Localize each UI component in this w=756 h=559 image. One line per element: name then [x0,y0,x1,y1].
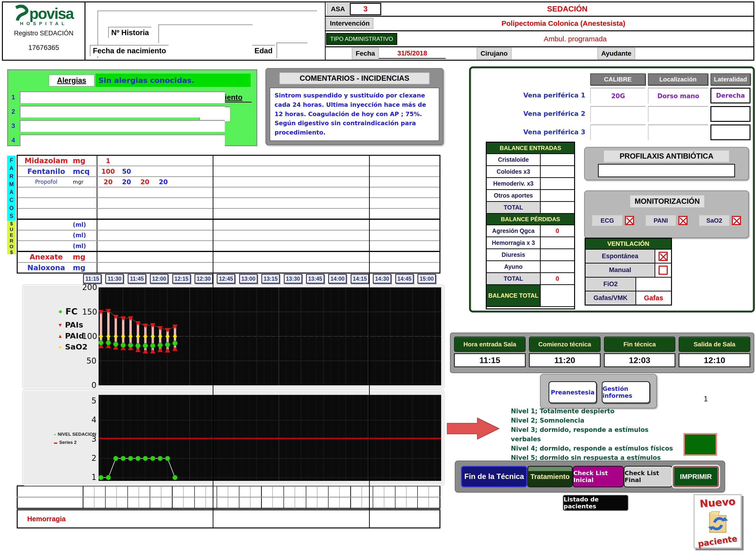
balance-table: BALANCE ENTRADASCristaloideColoides x3He… [486,142,575,309]
medication-row [18,208,440,219]
time-milestone-label[interactable]: Comienzo técnica [529,337,600,352]
time-label[interactable]: 15:00 [418,274,436,284]
time-milestone-value[interactable]: 11:20 [529,353,600,367]
medication-doses-cell[interactable]: 10050 [97,166,440,176]
balance-row-value[interactable] [541,154,574,165]
time-label[interactable]: 13:30 [284,274,302,284]
ventilacion-checkbox[interactable] [659,266,668,275]
time-milestone-value[interactable]: 12:03 [604,353,676,367]
medication-doses-cell[interactable]: 1 [97,156,440,165]
time-label[interactable]: 13:45 [306,274,324,284]
time-label[interactable]: 11:30 [105,274,124,284]
balance-row-value[interactable] [541,190,574,201]
tratamiento-button[interactable]: Tratamiento [527,466,573,487]
grid-divider [213,155,213,529]
medication-doses-cell[interactable] [97,187,440,197]
nuevo-paciente-button[interactable]: Nuevo paciente [693,494,742,549]
comentarios-text[interactable]: Sintrom suspendido y sustituído por clex… [270,88,439,141]
time-label[interactable]: 12:15 [172,274,191,284]
balance-row-value[interactable] [541,202,574,213]
via-lateralidad-cell[interactable]: Derecha [710,88,751,104]
via-calibre-cell[interactable] [590,106,645,122]
medication-doses-cell[interactable] [97,198,440,208]
nivel-definition: Nivel 1; Totalmente despierto [511,407,678,416]
level-indicator-box[interactable] [683,433,717,456]
profilaxis-field[interactable] [598,164,735,177]
time-milestone-value[interactable]: 11:15 [454,353,526,367]
dose-value: 20 [119,178,134,186]
balance-row-value[interactable] [541,166,574,177]
fecha-value-field[interactable]: 31/5/2018 [379,48,446,59]
alergia-field[interactable] [20,134,225,146]
checklist-inicial-button[interactable]: Check List Inicial [573,466,624,487]
time-label[interactable]: 13:15 [261,274,280,284]
intervencion-value[interactable]: Polipectomia Colonica (Anestesista) [373,19,753,27]
time-milestone-label[interactable]: Fin técnica [604,337,676,352]
alergia-field[interactable] [20,120,225,132]
tipo-administrativo-value[interactable]: Ambul. programada [397,35,753,43]
time-label[interactable]: 11:15 [83,274,101,284]
balance-section-header: BALANCE PÉRDIDAS [487,214,574,225]
monitor-checkbox[interactable] [625,216,634,225]
medication-doses-cell[interactable] [97,252,440,262]
time-label[interactable]: 12:45 [217,274,235,284]
time-label[interactable]: 14:45 [395,274,414,284]
medication-doses-cell[interactable] [97,263,440,273]
profilaxis-title: PROFILAXIS ANTIBIÓTICA [604,151,729,162]
time-label[interactable]: 12:00 [150,274,168,284]
vitals-plot[interactable] [99,287,441,385]
via-lateralidad-cell[interactable] [710,125,751,140]
medication-doses-cell[interactable] [97,230,440,240]
time-label[interactable]: 12:30 [194,274,213,284]
time-label[interactable]: 14:30 [373,274,391,284]
gestion-informes-button[interactable]: Gestión informes [602,381,650,403]
balance-row-value[interactable] [541,285,574,306]
balance-row-value[interactable] [541,178,574,189]
via-localizacion-cell[interactable] [648,106,708,122]
ventilacion-row-label: Gafas/VMK [586,291,636,305]
ventilacion-value-field[interactable]: Gafas [636,291,671,305]
checklist-final-button[interactable]: Check List Final [624,466,673,487]
alergias-value[interactable]: Sin alergias conocidas. [95,73,251,87]
via-calibre-cell[interactable]: 20G [590,88,645,104]
balance-row-value[interactable]: 0 [541,225,574,237]
medication-doses-cell[interactable] [97,241,440,251]
asa-value-field[interactable]: 3 [350,3,381,15]
balance-row-value[interactable] [541,249,574,261]
time-milestone-label[interactable]: Hora entrada Sala [454,337,526,352]
time-label[interactable]: 14:00 [328,274,347,284]
time-milestone-value[interactable]: 12:10 [679,353,750,367]
sedation-plot[interactable] [99,395,441,481]
balance-row-value[interactable] [541,237,574,248]
ventilacion-checkbox[interactable] [659,252,668,261]
balance-row-value[interactable]: 0 [541,273,574,284]
via-calibre-cell[interactable] [590,125,645,140]
time-label[interactable]: 13:00 [239,274,258,284]
bottom-grid[interactable] [17,486,441,509]
alergia-field[interactable] [20,91,225,103]
monitor-checkbox[interactable] [679,216,687,225]
medication-doses-cell[interactable]: 20202020 [97,177,440,187]
balance-row-label: TOTAL [487,273,541,284]
monitor-checkbox[interactable] [732,216,741,225]
historia-field[interactable] [158,24,253,43]
hemorragia-row[interactable]: Hemorragia [17,509,441,529]
ventilacion-value-field[interactable] [636,277,671,291]
balance-row: Ayuno [487,261,574,273]
medication-doses-cell[interactable] [97,220,440,229]
time-label[interactable]: 11:45 [128,274,146,284]
time-label[interactable]: 14:15 [351,274,369,284]
imprimir-button[interactable]: IMPRIMIR [673,466,719,487]
via-lateralidad-cell[interactable] [710,106,751,122]
balance-row-value[interactable] [541,261,574,272]
fin-tecnica-button[interactable]: Fin de la Técnica [461,466,527,487]
alergia-field[interactable] [20,106,225,117]
time-milestone-label[interactable]: Salida de Sala [679,337,750,352]
medication-doses-cell[interactable] [97,209,440,219]
bottom-buttons: Fin de la TécnicaTratamientoCheck List I… [455,461,725,493]
via-localizacion-cell[interactable]: Dorso mano [648,88,708,104]
via-localizacion-cell[interactable] [648,125,708,140]
edad-field[interactable] [277,43,307,58]
listado-pacientes-button[interactable]: Listado de pacientes [563,495,628,511]
preanestesia-button[interactable]: Preanestesia [548,381,597,403]
